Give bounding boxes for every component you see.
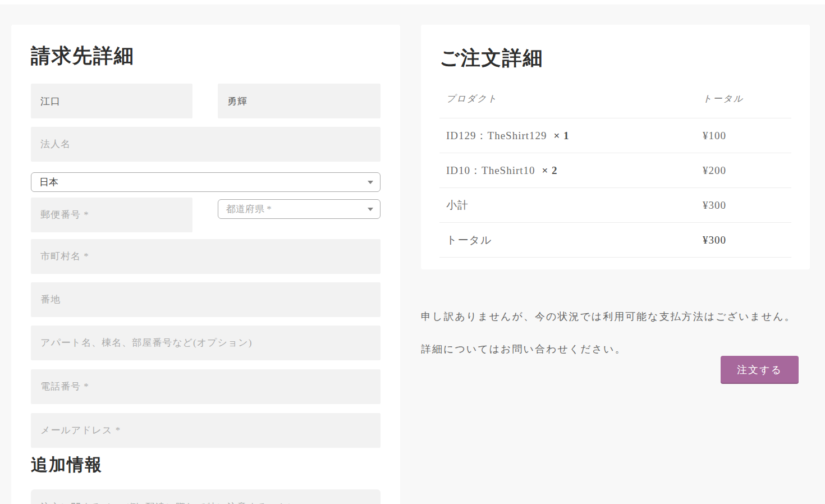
country-select[interactable]: 日本 — [31, 172, 381, 192]
order-review-card: ご注文詳細 プロダクト トータル ID129：TheShirt129× 1 ¥1… — [421, 25, 810, 269]
last-name-field[interactable] — [31, 84, 192, 118]
state-select[interactable]: 都道府県 * — [218, 199, 381, 219]
chevron-down-icon — [368, 208, 373, 211]
order-table: プロダクト トータル ID129：TheShirt129× 1 ¥100 ID1… — [439, 88, 791, 258]
product-name: ID129：TheShirt129 — [446, 130, 547, 141]
order-notes-field[interactable] — [31, 489, 381, 504]
total-value: ¥300 — [696, 223, 791, 258]
first-name-field[interactable] — [218, 84, 381, 118]
billing-title: 請求先詳細 — [31, 43, 381, 69]
postcode-field[interactable] — [31, 198, 192, 232]
subtotal-label: 小計 — [439, 188, 696, 223]
place-order-button[interactable]: 注文する — [721, 356, 799, 384]
total-column-header: トータル — [696, 88, 791, 118]
address-line1-field[interactable] — [31, 282, 381, 317]
chevron-down-icon — [368, 181, 373, 184]
order-item-row: ID129：TheShirt129× 1 ¥100 — [439, 118, 791, 153]
subtotal-row: 小計 ¥300 — [439, 188, 791, 223]
product-quantity: × 2 — [542, 164, 558, 176]
order-item-total: ¥100 — [696, 118, 791, 153]
subtotal-value: ¥300 — [696, 188, 791, 223]
additional-info-title: 追加情報 — [31, 453, 381, 476]
order-table-header-row: プロダクト トータル — [439, 88, 791, 118]
order-item-row: ID10：TheShirt10× 2 ¥200 — [439, 153, 791, 188]
email-field[interactable] — [31, 413, 381, 448]
phone-field[interactable] — [31, 369, 381, 404]
product-name: ID10：TheShirt10 — [446, 164, 535, 176]
company-field[interactable] — [31, 127, 381, 162]
order-item-total: ¥200 — [696, 153, 791, 188]
total-row: トータル ¥300 — [439, 223, 791, 258]
notice-line: 申し訳ありませんが、今の状況では利用可能な支払方法はございません。 — [421, 300, 814, 333]
order-item-name: ID10：TheShirt10× 2 — [439, 153, 696, 188]
billing-details-card: 請求先詳細 日本 都道府県 * 追加情報 — [11, 25, 400, 504]
product-quantity: × 1 — [554, 130, 570, 141]
postcode-state-row: 都道府県 * — [31, 198, 381, 239]
address-line2-field[interactable] — [31, 326, 381, 360]
city-field[interactable] — [31, 239, 381, 274]
country-select-value: 日本 — [39, 176, 58, 189]
state-select-placeholder: 都道府県 * — [226, 203, 272, 216]
order-item-name: ID129：TheShirt129× 1 — [439, 118, 696, 153]
product-column-header: プロダクト — [439, 88, 696, 118]
order-title: ご注文詳細 — [439, 45, 791, 71]
total-label: トータル — [439, 223, 696, 258]
top-strip — [0, 0, 825, 4]
name-row — [31, 84, 381, 127]
